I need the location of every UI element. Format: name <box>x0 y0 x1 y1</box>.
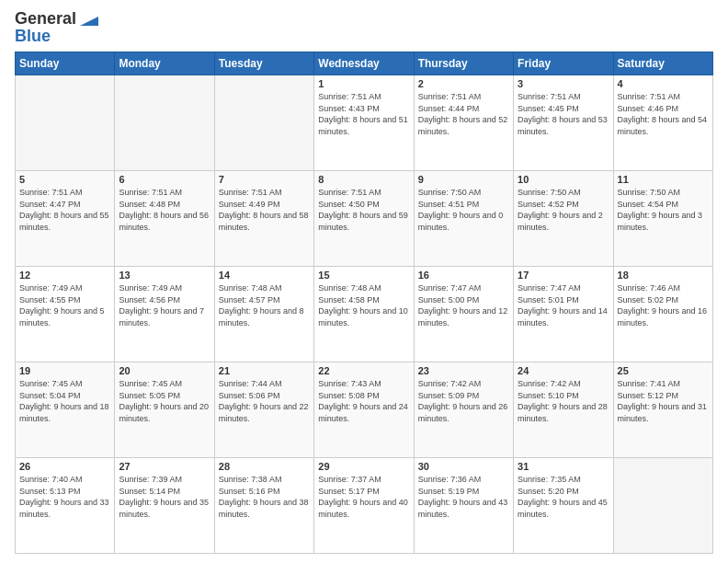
day-number: 18 <box>618 270 709 281</box>
calendar-cell: 10Sunrise: 7:50 AMSunset: 4:52 PMDayligh… <box>514 171 613 267</box>
day-info: Sunrise: 7:38 AMSunset: 5:16 PMDaylight:… <box>219 474 310 520</box>
logo-general-text: General <box>15 9 76 29</box>
week-row-4: 19Sunrise: 7:45 AMSunset: 5:04 PMDayligh… <box>16 362 713 458</box>
calendar-cell <box>16 75 115 171</box>
weekday-header-thursday: Thursday <box>414 52 513 75</box>
calendar-cell: 16Sunrise: 7:47 AMSunset: 5:00 PMDayligh… <box>414 267 513 362</box>
calendar-cell <box>214 75 313 171</box>
day-info: Sunrise: 7:50 AMSunset: 4:51 PMDaylight:… <box>418 187 509 233</box>
day-info: Sunrise: 7:45 AMSunset: 5:05 PMDaylight:… <box>119 378 210 424</box>
day-number: 14 <box>219 270 310 281</box>
day-info: Sunrise: 7:35 AMSunset: 5:20 PMDaylight:… <box>518 474 609 520</box>
day-info: Sunrise: 7:51 AMSunset: 4:43 PMDaylight:… <box>318 91 409 137</box>
day-info: Sunrise: 7:42 AMSunset: 5:09 PMDaylight:… <box>418 378 509 424</box>
day-info: Sunrise: 7:51 AMSunset: 4:50 PMDaylight:… <box>318 187 409 233</box>
day-number: 5 <box>19 174 110 185</box>
calendar-cell: 1Sunrise: 7:51 AMSunset: 4:43 PMDaylight… <box>314 75 414 171</box>
day-info: Sunrise: 7:42 AMSunset: 5:10 PMDaylight:… <box>518 378 609 424</box>
calendar-cell: 2Sunrise: 7:51 AMSunset: 4:44 PMDaylight… <box>414 75 513 171</box>
day-info: Sunrise: 7:51 AMSunset: 4:44 PMDaylight:… <box>418 91 509 137</box>
day-number: 17 <box>518 270 609 281</box>
day-info: Sunrise: 7:47 AMSunset: 5:01 PMDaylight:… <box>518 282 609 328</box>
svg-marker-0 <box>80 17 98 26</box>
calendar-table: SundayMondayTuesdayWednesdayThursdayFrid… <box>15 52 713 554</box>
day-number: 28 <box>219 461 310 472</box>
calendar-cell <box>613 458 712 554</box>
week-row-1: 1Sunrise: 7:51 AMSunset: 4:43 PMDaylight… <box>16 75 713 171</box>
logo-blue-text: Blue <box>15 27 51 46</box>
weekday-header-saturday: Saturday <box>613 52 712 75</box>
week-row-2: 5Sunrise: 7:51 AMSunset: 4:47 PMDaylight… <box>16 171 713 267</box>
day-info: Sunrise: 7:50 AMSunset: 4:54 PMDaylight:… <box>618 187 709 233</box>
day-info: Sunrise: 7:45 AMSunset: 5:04 PMDaylight:… <box>19 378 110 424</box>
day-number: 15 <box>318 270 409 281</box>
day-info: Sunrise: 7:46 AMSunset: 5:02 PMDaylight:… <box>618 282 709 328</box>
day-number: 26 <box>19 461 110 472</box>
calendar-cell: 14Sunrise: 7:48 AMSunset: 4:57 PMDayligh… <box>214 267 313 362</box>
day-info: Sunrise: 7:48 AMSunset: 4:57 PMDaylight:… <box>219 282 310 328</box>
day-info: Sunrise: 7:49 AMSunset: 4:55 PMDaylight:… <box>19 282 110 328</box>
calendar-cell: 15Sunrise: 7:48 AMSunset: 4:58 PMDayligh… <box>314 267 414 362</box>
day-info: Sunrise: 7:50 AMSunset: 4:52 PMDaylight:… <box>518 187 609 233</box>
calendar-cell: 5Sunrise: 7:51 AMSunset: 4:47 PMDaylight… <box>16 171 115 267</box>
day-number: 7 <box>219 174 310 185</box>
day-number: 31 <box>518 461 609 472</box>
week-row-3: 12Sunrise: 7:49 AMSunset: 4:55 PMDayligh… <box>16 267 713 362</box>
weekday-header-row: SundayMondayTuesdayWednesdayThursdayFrid… <box>16 52 713 75</box>
day-info: Sunrise: 7:48 AMSunset: 4:58 PMDaylight:… <box>318 282 409 328</box>
weekday-header-friday: Friday <box>514 52 613 75</box>
calendar-cell: 31Sunrise: 7:35 AMSunset: 5:20 PMDayligh… <box>514 458 613 554</box>
day-info: Sunrise: 7:40 AMSunset: 5:13 PMDaylight:… <box>19 474 110 520</box>
day-number: 3 <box>518 78 609 89</box>
day-number: 2 <box>418 78 509 89</box>
header: General Blue <box>15 9 713 46</box>
day-number: 30 <box>418 461 509 472</box>
calendar-cell: 24Sunrise: 7:42 AMSunset: 5:10 PMDayligh… <box>514 362 613 458</box>
logo-icon <box>78 13 98 28</box>
day-number: 13 <box>119 270 210 281</box>
day-info: Sunrise: 7:51 AMSunset: 4:49 PMDaylight:… <box>219 187 310 233</box>
page: General Blue SundayMondayTuesdayWednesda… <box>0 0 728 563</box>
calendar-cell: 12Sunrise: 7:49 AMSunset: 4:55 PMDayligh… <box>16 267 115 362</box>
day-info: Sunrise: 7:51 AMSunset: 4:46 PMDaylight:… <box>618 91 709 137</box>
day-number: 25 <box>618 365 709 376</box>
day-number: 20 <box>119 365 210 376</box>
day-number: 10 <box>518 174 609 185</box>
day-number: 29 <box>318 461 409 472</box>
calendar-cell: 29Sunrise: 7:37 AMSunset: 5:17 PMDayligh… <box>314 458 414 554</box>
day-info: Sunrise: 7:36 AMSunset: 5:19 PMDaylight:… <box>418 474 509 520</box>
day-info: Sunrise: 7:41 AMSunset: 5:12 PMDaylight:… <box>618 378 709 424</box>
day-number: 1 <box>318 78 409 89</box>
day-info: Sunrise: 7:37 AMSunset: 5:17 PMDaylight:… <box>318 474 409 520</box>
calendar-cell: 8Sunrise: 7:51 AMSunset: 4:50 PMDaylight… <box>314 171 414 267</box>
day-number: 19 <box>19 365 110 376</box>
calendar-cell: 13Sunrise: 7:49 AMSunset: 4:56 PMDayligh… <box>115 267 214 362</box>
day-number: 9 <box>418 174 509 185</box>
calendar-cell: 23Sunrise: 7:42 AMSunset: 5:09 PMDayligh… <box>414 362 513 458</box>
day-info: Sunrise: 7:44 AMSunset: 5:06 PMDaylight:… <box>219 378 310 424</box>
day-number: 6 <box>119 174 210 185</box>
day-info: Sunrise: 7:51 AMSunset: 4:48 PMDaylight:… <box>119 187 210 233</box>
calendar-cell: 28Sunrise: 7:38 AMSunset: 5:16 PMDayligh… <box>214 458 313 554</box>
day-info: Sunrise: 7:39 AMSunset: 5:14 PMDaylight:… <box>119 474 210 520</box>
day-number: 12 <box>19 270 110 281</box>
calendar-cell: 27Sunrise: 7:39 AMSunset: 5:14 PMDayligh… <box>115 458 214 554</box>
calendar-cell: 18Sunrise: 7:46 AMSunset: 5:02 PMDayligh… <box>613 267 712 362</box>
weekday-header-monday: Monday <box>115 52 214 75</box>
calendar-cell: 20Sunrise: 7:45 AMSunset: 5:05 PMDayligh… <box>115 362 214 458</box>
week-row-5: 26Sunrise: 7:40 AMSunset: 5:13 PMDayligh… <box>16 458 713 554</box>
calendar-cell: 26Sunrise: 7:40 AMSunset: 5:13 PMDayligh… <box>16 458 115 554</box>
day-number: 21 <box>219 365 310 376</box>
calendar-cell: 30Sunrise: 7:36 AMSunset: 5:19 PMDayligh… <box>414 458 513 554</box>
calendar-cell: 9Sunrise: 7:50 AMSunset: 4:51 PMDaylight… <box>414 171 513 267</box>
day-number: 24 <box>518 365 609 376</box>
day-number: 4 <box>618 78 709 89</box>
day-info: Sunrise: 7:49 AMSunset: 4:56 PMDaylight:… <box>119 282 210 328</box>
calendar-cell: 17Sunrise: 7:47 AMSunset: 5:01 PMDayligh… <box>514 267 613 362</box>
day-number: 8 <box>318 174 409 185</box>
day-info: Sunrise: 7:43 AMSunset: 5:08 PMDaylight:… <box>318 378 409 424</box>
calendar-cell: 6Sunrise: 7:51 AMSunset: 4:48 PMDaylight… <box>115 171 214 267</box>
day-info: Sunrise: 7:51 AMSunset: 4:47 PMDaylight:… <box>19 187 110 233</box>
weekday-header-tuesday: Tuesday <box>214 52 313 75</box>
logo: General Blue <box>15 9 98 46</box>
